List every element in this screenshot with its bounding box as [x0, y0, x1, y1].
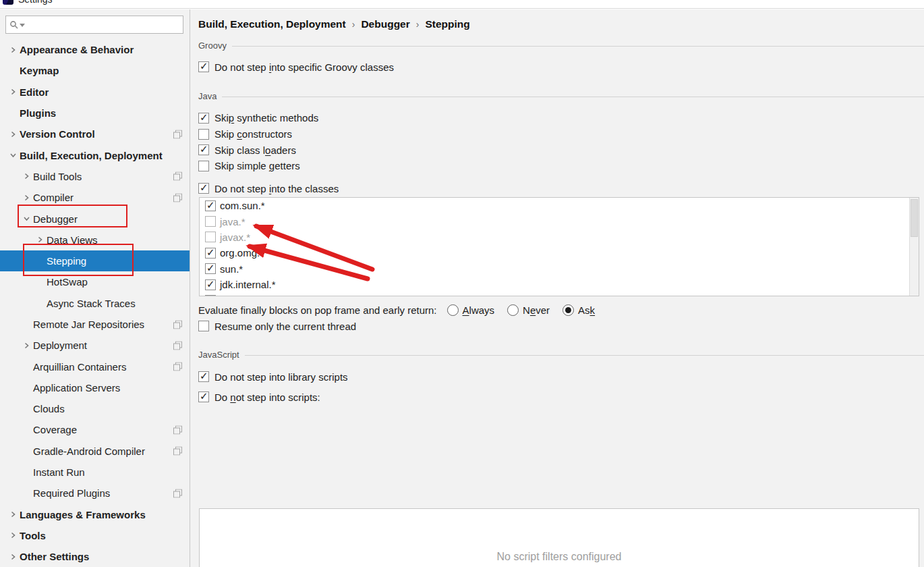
list-item-partial[interactable]	[200, 292, 919, 296]
sidebar-item-build-execution-deployment[interactable]: Build, Execution, Deployment	[0, 144, 190, 165]
checkbox-label: Do not step into the classes	[214, 183, 339, 194]
checkbox-icon[interactable]	[205, 279, 216, 290]
checkbox-icon[interactable]	[198, 129, 209, 140]
search-input[interactable]	[26, 20, 179, 30]
sidebar-item-gradle-android-compiler[interactable]: Gradle-Android Compiler	[0, 441, 190, 462]
checkbox-icon[interactable]	[198, 113, 209, 124]
group-title: JavaScript	[198, 350, 239, 360]
window-titlebar: Settings	[0, 0, 924, 9]
checkbox-icon[interactable]	[198, 144, 209, 155]
list-item-org-omg[interactable]: org.omg.*	[200, 245, 919, 261]
sidebar-item-compiler[interactable]: Compiler	[0, 187, 190, 208]
chevron-right-icon[interactable]	[20, 192, 33, 203]
checkbox-icon[interactable]	[198, 161, 209, 171]
scrollbar-thumb[interactable]	[911, 199, 918, 237]
sidebar-item-instant-run[interactable]: Instant Run	[0, 462, 190, 483]
list-item-label: com.sun.*	[220, 200, 265, 211]
chevron-right-icon[interactable]	[7, 129, 20, 140]
radio-icon[interactable]	[507, 304, 519, 316]
checkbox-row-library-scripts[interactable]: Do not step into library scripts	[198, 369, 348, 384]
chevron-spacer	[34, 256, 47, 267]
checkbox-row-groovy-classes[interactable]: Do not step into specific Groovy classes	[198, 59, 394, 74]
breadcrumb-item-debugger[interactable]: Debugger	[361, 18, 409, 30]
chevron-right-icon[interactable]	[20, 171, 33, 182]
list-item-jdk-internal[interactable]: jdk.internal.*	[200, 277, 919, 292]
sidebar-item-data-views[interactable]: Data Views	[0, 230, 190, 250]
checkbox-icon[interactable]	[205, 232, 216, 242]
radio-label: Ask	[578, 304, 595, 316]
sidebar-item-build-tools[interactable]: Build Tools	[0, 166, 190, 187]
shared-settings-icon	[173, 447, 182, 456]
chevron-right-icon[interactable]	[7, 45, 20, 55]
checkbox-row-skip-constructors[interactable]: Skip constructors	[198, 126, 318, 142]
checkbox-label: Do not step into scripts:	[214, 392, 320, 403]
chevron-right-icon[interactable]	[7, 509, 20, 520]
sidebar-item-appearance-behavior[interactable]: Appearance & Behavior	[0, 39, 190, 60]
breadcrumb-item-build-execution-deployment[interactable]: Build, Execution, Deployment	[198, 18, 346, 30]
evaluate-finally-options: AlwaysNeverAsk	[447, 304, 596, 316]
radio-icon[interactable]	[562, 304, 574, 316]
checkbox-row-skip-simple-getters[interactable]: Skip simple getters	[198, 158, 318, 174]
sidebar-item-editor[interactable]: Editor	[0, 82, 190, 103]
checkbox-icon[interactable]	[205, 248, 216, 259]
sidebar-item-stepping[interactable]: Stepping	[0, 250, 190, 271]
radio-option-never[interactable]: Never	[507, 304, 550, 316]
list-item-label: org.omg.*	[220, 247, 264, 259]
checkbox-icon[interactable]	[198, 61, 209, 72]
breadcrumb-item-stepping[interactable]: Stepping	[425, 18, 469, 30]
checkbox-icon[interactable]	[198, 392, 209, 402]
chevron-down-icon[interactable]	[20, 213, 33, 224]
sidebar-item-debugger[interactable]: Debugger	[0, 208, 190, 229]
list-item-sun[interactable]: sun.*	[200, 261, 919, 277]
list-item-com-sun[interactable]: com.sun.*	[200, 198, 919, 213]
sidebar-item-coverage[interactable]: Coverage	[0, 419, 190, 440]
checkbox-icon[interactable]	[205, 295, 216, 296]
shared-settings-icon	[173, 489, 182, 497]
list-item-java[interactable]: java.*	[200, 213, 919, 229]
checkbox-row-skip-synthetic-methods[interactable]: Skip synthetic methods	[198, 110, 318, 126]
sidebar-item-version-control[interactable]: Version Control	[0, 124, 190, 144]
checkbox-row-skip-class-loaders[interactable]: Skip class loaders	[198, 142, 318, 158]
chevron-down-icon[interactable]	[7, 150, 20, 161]
chevron-right-icon[interactable]	[7, 551, 20, 562]
sidebar-item-other-settings[interactable]: Other Settings	[0, 546, 190, 567]
evaluate-finally-label: Evaluate finally blocks on pop frame and…	[198, 304, 437, 316]
sidebar-item-clouds[interactable]: Clouds	[0, 398, 190, 419]
checkbox-icon[interactable]	[205, 263, 216, 274]
sidebar-item-async-stack-traces[interactable]: Async Stack Traces	[0, 293, 190, 314]
checkbox-label: Skip class loaders	[214, 144, 296, 156]
checkbox-icon[interactable]	[198, 321, 209, 331]
chevron-spacer	[34, 298, 47, 308]
checkbox-icon[interactable]	[198, 371, 209, 382]
sidebar-item-plugins[interactable]: Plugins	[0, 103, 190, 124]
sidebar-item-keymap[interactable]: Keymap	[0, 60, 190, 81]
sidebar-item-deployment[interactable]: Deployment	[0, 335, 190, 356]
class-filter-list[interactable]: com.sun.*java.*javax.*org.omg.*sun.*jdk.…	[199, 197, 919, 296]
checkbox-row-do-not-step-classes[interactable]: Do not step into the classes	[198, 181, 339, 196]
breadcrumb: Build, Execution, Deployment›Debugger›St…	[198, 17, 470, 32]
radio-option-ask[interactable]: Ask	[562, 304, 595, 316]
breadcrumb-separator: ›	[410, 19, 426, 30]
chevron-down-icon[interactable]	[20, 24, 25, 27]
sidebar-item-languages-frameworks[interactable]: Languages & Frameworks	[0, 504, 190, 525]
sidebar-item-hotswap[interactable]: HotSwap	[0, 271, 190, 292]
sidebar-item-tools[interactable]: Tools	[0, 525, 190, 546]
checkbox-icon[interactable]	[205, 216, 216, 227]
chevron-right-icon[interactable]	[7, 530, 20, 541]
radio-option-always[interactable]: Always	[447, 304, 495, 316]
radio-icon[interactable]	[447, 304, 459, 316]
search-box[interactable]	[5, 16, 183, 34]
sidebar-item-arquillian-containers[interactable]: Arquillian Containers	[0, 356, 190, 377]
checkbox-row-resume-thread[interactable]: Resume only the current thread	[198, 319, 356, 333]
sidebar-item-application-servers[interactable]: Application Servers	[0, 377, 190, 398]
list-item-javax[interactable]: javax.*	[200, 230, 919, 245]
checkbox-row-do-not-step-scripts[interactable]: Do not step into scripts:	[198, 389, 320, 404]
sidebar-item-remote-jar-repositories[interactable]: Remote Jar Repositories	[0, 314, 190, 335]
checkbox-icon[interactable]	[205, 200, 216, 211]
chevron-right-icon[interactable]	[7, 86, 20, 97]
chevron-right-icon[interactable]	[20, 340, 33, 351]
checkbox-icon[interactable]	[198, 183, 209, 194]
script-filters-list[interactable]: No script filters configured	[199, 508, 919, 567]
sidebar-item-required-plugins[interactable]: Required Plugins	[0, 483, 190, 504]
chevron-right-icon[interactable]	[34, 234, 47, 245]
